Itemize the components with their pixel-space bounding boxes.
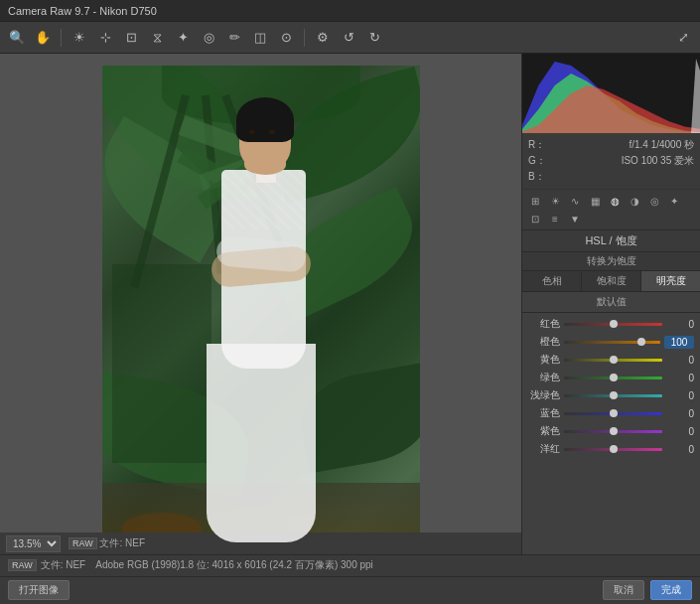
title-text: Camera Raw 9.7 - Nikon D750 [8, 5, 157, 17]
track-red-wrap[interactable] [564, 318, 662, 330]
bottom-bar: RAW 文件: NEF Adobe RGB (1998)1.8 位: 4016 … [0, 554, 700, 604]
slider-purple: 紫色 0 [522, 422, 700, 440]
camera-info: R： f/1.4 1/4000 秒 G： ISO 100 35 爱米 B： [522, 133, 700, 190]
g-value: ISO 100 35 爱米 [622, 153, 694, 169]
track-cyan-wrap[interactable] [564, 389, 662, 401]
label-blue: 蓝色 [528, 406, 560, 420]
zoom-select[interactable]: 13.5% 25% 50% 100% [6, 535, 61, 552]
track-purple-wrap[interactable] [564, 425, 662, 437]
label-red: 红色 [528, 317, 560, 331]
split-icon[interactable]: ◑ [626, 193, 643, 209]
label-green: 绿色 [528, 371, 560, 384]
slider-yellow: 黄色 0 [522, 351, 700, 369]
tool-wb[interactable]: ☀ [69, 27, 90, 49]
tab-hue[interactable]: 色相 [522, 271, 582, 291]
photo-container [102, 66, 420, 542]
track-cyan-bar [564, 394, 662, 397]
val-yellow: 0 [666, 355, 694, 366]
tool-colorsampler[interactable]: ⊹ [94, 27, 116, 49]
tool-settings[interactable]: ⚙ [312, 27, 334, 49]
tool-fullscreen[interactable]: ⤢ [672, 27, 694, 49]
fx-icon[interactable]: ✦ [665, 193, 683, 209]
val-green: 0 [666, 373, 694, 383]
slider-magenta: 洋红 0 [522, 440, 700, 458]
track-yellow-wrap[interactable] [564, 354, 662, 366]
raw-badge-bottom: RAW [8, 559, 37, 571]
open-image-button[interactable]: 打开图像 [8, 580, 70, 600]
left-action-buttons: 打开图像 [8, 580, 70, 600]
cam-icon[interactable]: ⊡ [526, 211, 544, 226]
info-row-g: G： ISO 100 35 爱米 [528, 153, 694, 169]
curve-icon[interactable]: ∿ [566, 193, 584, 209]
tool-redeye[interactable]: ◎ [198, 27, 219, 49]
track-red-bar [564, 323, 662, 326]
slider-red: 红色 0 [522, 315, 700, 333]
slider-cyan: 浅绿色 0 [522, 386, 700, 404]
track-magenta-bar [564, 448, 662, 451]
toolbar: 🔍 ✋ ☀ ⊹ ⊡ ⧖ ✦ ◎ ✏ ◫ ⊙ ⚙ ↺ ↻ ⤢ [0, 22, 700, 54]
tool-hand[interactable]: ✋ [32, 27, 54, 49]
track-orange-wrap[interactable] [564, 336, 660, 348]
tool-heal[interactable]: ✦ [172, 27, 194, 49]
tone-icon[interactable]: ☀ [546, 193, 564, 209]
tab-saturation[interactable]: 饱和度 [582, 271, 641, 291]
hsl-icon[interactable]: ◍ [606, 193, 624, 209]
cancel-button[interactable]: 取消 [603, 580, 644, 600]
thumb-orange[interactable] [637, 338, 645, 346]
thumb-green[interactable] [610, 374, 618, 381]
histogram [522, 54, 700, 133]
histogram-canvas [522, 54, 700, 133]
label-cyan: 浅绿色 [528, 388, 560, 402]
photo-background [102, 66, 420, 542]
file-type: 文件: NEF [99, 537, 145, 548]
detail-icon[interactable]: ▦ [586, 193, 604, 209]
convert-btn[interactable]: 转换为饱度 [587, 255, 636, 266]
tool-rotate-cw[interactable]: ↻ [363, 27, 385, 49]
thumb-magenta[interactable] [610, 445, 618, 453]
tool-straighten[interactable]: ⧖ [146, 27, 168, 49]
val-cyan: 0 [666, 390, 694, 401]
menu-icon[interactable]: ▼ [566, 211, 584, 226]
label-yellow: 黄色 [528, 353, 560, 367]
tool-grad[interactable]: ◫ [249, 27, 271, 49]
track-green-wrap[interactable] [564, 372, 662, 383]
toolbar-sep1 [61, 29, 62, 47]
done-button[interactable]: 完成 [650, 580, 692, 600]
track-green-bar [564, 377, 662, 379]
tool-zoom[interactable]: 🔍 [6, 27, 28, 49]
val-orange: 100 [664, 336, 694, 349]
track-blue-wrap[interactable] [564, 407, 662, 419]
slider-blue: 蓝色 0 [522, 404, 700, 422]
thumb-red[interactable] [610, 320, 618, 328]
tab-luminance[interactable]: 明亮度 [641, 271, 700, 291]
image-panel[interactable]: 13.5% 25% 50% 100% RAW 文件: NEF [0, 54, 521, 554]
preset-icon[interactable]: ≡ [546, 211, 564, 226]
hsl-tabs: 色相 饱和度 明亮度 [522, 271, 700, 292]
label-orange: 橙色 [528, 335, 560, 349]
bottom-buttons: 打开图像 取消 完成 [0, 577, 700, 604]
basic-icon[interactable]: ⊞ [526, 193, 544, 209]
thumb-blue[interactable] [610, 409, 618, 417]
track-orange-bar [564, 341, 660, 344]
tool-crop[interactable]: ⊡ [120, 27, 142, 49]
title-bar: Camera Raw 9.7 - Nikon D750 [0, 0, 700, 22]
r-label: R： [528, 137, 545, 153]
val-blue: 0 [666, 408, 694, 419]
tool-rotate-ccw[interactable]: ↺ [338, 27, 359, 49]
bottom-info: RAW 文件: NEF Adobe RGB (1998)1.8 位: 4016 … [0, 555, 700, 577]
val-magenta: 0 [666, 444, 694, 455]
thumb-purple[interactable] [610, 427, 618, 435]
sliders-area: 红色 0 橙色 100 黄色 [522, 313, 700, 554]
label-magenta: 洋红 [528, 442, 560, 456]
thumb-cyan[interactable] [610, 391, 618, 399]
lens-icon[interactable]: ◎ [645, 193, 663, 209]
r-value: f/1.4 1/4000 秒 [629, 137, 694, 153]
track-magenta-wrap[interactable] [564, 443, 662, 455]
tool-radial[interactable]: ⊙ [275, 27, 297, 49]
tool-brush[interactable]: ✏ [223, 27, 245, 49]
right-panel: R： f/1.4 1/4000 秒 G： ISO 100 35 爱米 B： ⊞ … [521, 54, 700, 554]
track-purple-bar [564, 430, 662, 433]
right-action-buttons: 取消 完成 [603, 580, 692, 600]
toolbar-sep2 [304, 29, 305, 47]
thumb-yellow[interactable] [610, 356, 618, 364]
